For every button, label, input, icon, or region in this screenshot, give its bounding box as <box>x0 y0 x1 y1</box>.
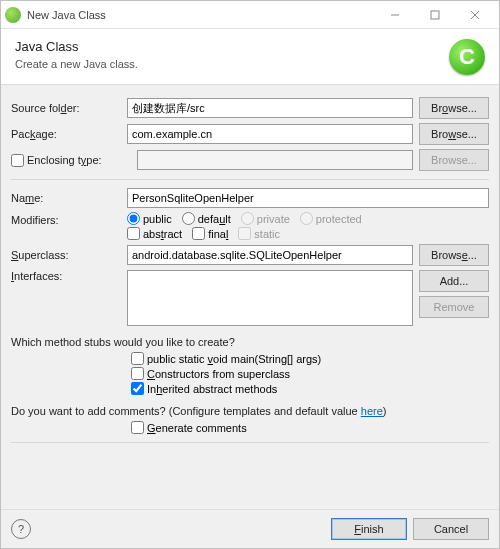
cancel-button[interactable]: Cancel <box>413 518 489 540</box>
window-title: New Java Class <box>27 9 375 21</box>
enclosing-type-input <box>137 150 413 170</box>
modifier-abstract-checkbox[interactable]: abstract <box>127 227 182 240</box>
browse-superclass-button[interactable]: Browse... <box>419 244 489 266</box>
package-input[interactable] <box>127 124 413 144</box>
finish-button[interactable]: Finish <box>331 518 407 540</box>
add-interface-button[interactable]: Add... <box>419 270 489 292</box>
titlebar: New Java Class <box>1 1 499 29</box>
generate-comments-checkbox[interactable]: Generate comments <box>131 421 479 434</box>
svg-rect-1 <box>431 11 439 19</box>
name-label: Name: <box>11 192 121 204</box>
modifier-protected-radio: protected <box>300 212 362 225</box>
stub-constructors-checkbox[interactable]: Constructors from superclass <box>131 367 479 380</box>
modifier-static-checkbox: static <box>238 227 280 240</box>
browse-enclosing-button: Browse... <box>419 149 489 171</box>
separator <box>11 179 489 180</box>
modifier-default-radio[interactable]: default <box>182 212 231 225</box>
modifier-final-checkbox[interactable]: final <box>192 227 228 240</box>
maximize-button[interactable] <box>415 1 455 29</box>
class-icon: C <box>449 39 485 75</box>
dialog-title: Java Class <box>15 39 485 54</box>
remove-interface-button: Remove <box>419 296 489 318</box>
browse-package-button[interactable]: Browse... <box>419 123 489 145</box>
interfaces-list[interactable] <box>127 270 413 326</box>
browse-source-button[interactable]: Browse... <box>419 97 489 119</box>
source-folder-input[interactable] <box>127 98 413 118</box>
stub-inherited-checkbox[interactable]: Inherited abstract methods <box>131 382 479 395</box>
package-label: Package: <box>11 128 121 140</box>
close-button[interactable] <box>455 1 495 29</box>
interfaces-label: Interfaces: <box>11 270 121 282</box>
help-button[interactable]: ? <box>11 519 31 539</box>
source-folder-label: Source folder: <box>11 102 121 114</box>
superclass-label: Superclass: <box>11 249 121 261</box>
configure-templates-link[interactable]: here <box>361 405 383 417</box>
dialog-subtitle: Create a new Java class. <box>15 58 485 70</box>
modifiers-label: Modifiers: <box>11 212 121 226</box>
enclosing-type-checkbox[interactable]: Enclosing type: <box>11 154 121 167</box>
modifier-public-radio[interactable]: public <box>127 212 172 225</box>
modifier-private-radio: private <box>241 212 290 225</box>
superclass-input[interactable] <box>127 245 413 265</box>
dialog-header: Java Class Create a new Java class. C <box>1 29 499 85</box>
minimize-button[interactable] <box>375 1 415 29</box>
app-icon <box>5 7 21 23</box>
stub-main-checkbox[interactable]: public static void main(String[] args) <box>131 352 479 365</box>
separator <box>11 442 489 443</box>
name-input[interactable] <box>127 188 489 208</box>
comments-question: Do you want to add comments? (Configure … <box>11 405 489 417</box>
method-stubs-question: Which method stubs would you like to cre… <box>11 336 489 348</box>
